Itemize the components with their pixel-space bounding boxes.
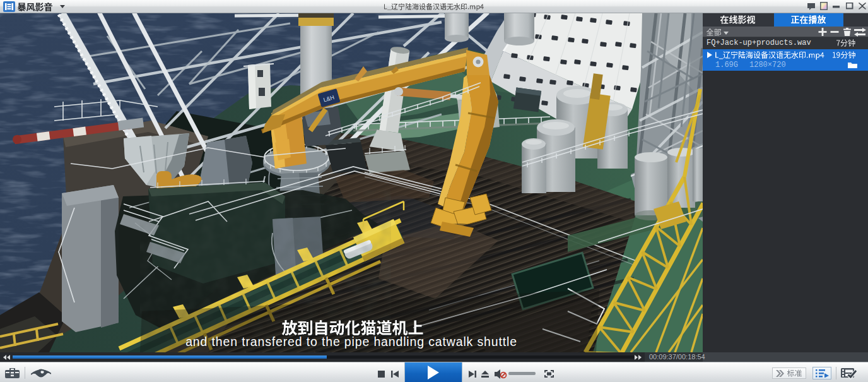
svg-text:and then transfered to the pip: and then transfered to the pipe handling… [185, 335, 517, 349]
